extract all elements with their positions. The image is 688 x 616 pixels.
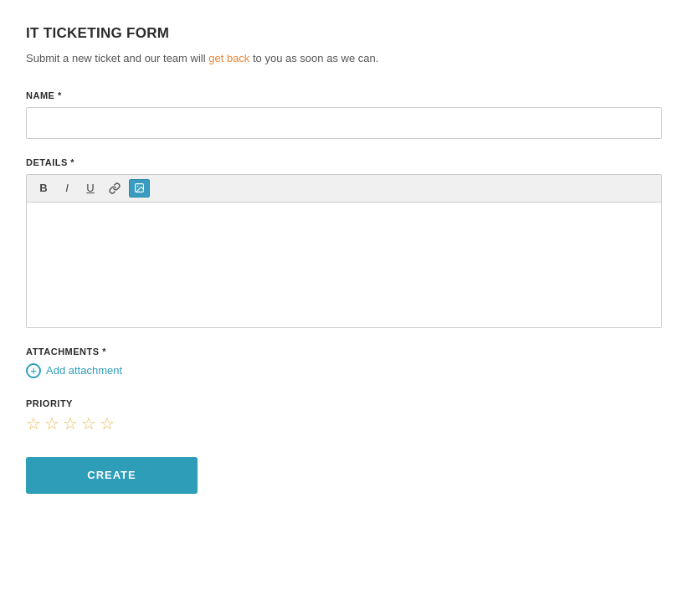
attachments-label: ATTACHMENTS *: [26, 346, 662, 357]
subtitle-text-after-link: to you as soon as we can.: [249, 52, 378, 64]
add-attachment-label: Add attachment: [46, 364, 122, 377]
editor-toolbar: B I U: [27, 175, 661, 203]
image-button[interactable]: [129, 179, 150, 198]
attachments-section: ATTACHMENTS * + Add attachment: [26, 346, 662, 378]
star-1[interactable]: ☆: [26, 415, 41, 432]
link-button[interactable]: [104, 179, 126, 198]
form-title: IT TICKETING FORM: [26, 25, 662, 42]
priority-section: PRIORITY ☆ ☆ ☆ ☆ ☆: [26, 398, 662, 432]
name-input[interactable]: [26, 107, 662, 139]
bold-button[interactable]: B: [33, 179, 54, 198]
star-5[interactable]: ☆: [100, 415, 115, 432]
stars-container: ☆ ☆ ☆ ☆ ☆: [26, 415, 662, 432]
star-2[interactable]: ☆: [44, 415, 59, 432]
add-attachment-icon: +: [26, 363, 41, 378]
subtitle-link: get back: [208, 52, 249, 64]
form-subtitle: Submit a new ticket and our team will ge…: [26, 50, 662, 67]
priority-label: PRIORITY: [26, 398, 662, 408]
underline-button[interactable]: U: [80, 179, 100, 198]
name-field-group: NAME *: [26, 90, 662, 139]
star-3[interactable]: ☆: [63, 415, 78, 432]
star-4[interactable]: ☆: [81, 415, 96, 432]
italic-button[interactable]: I: [57, 179, 77, 198]
details-label: DETAILS *: [26, 157, 662, 167]
add-attachment-button[interactable]: + Add attachment: [26, 363, 122, 378]
create-button[interactable]: CREATE: [26, 457, 198, 494]
rich-text-editor: B I U: [26, 174, 662, 328]
name-label: NAME *: [26, 90, 662, 100]
link-icon: [109, 182, 121, 194]
details-field-group: DETAILS * B I U: [26, 157, 662, 328]
subtitle-text-before-link: Submit a new ticket and our team will: [26, 52, 208, 64]
image-icon: [134, 182, 145, 193]
it-ticketing-form: IT TICKETING FORM Submit a new ticket an…: [26, 25, 662, 591]
svg-point-1: [137, 186, 139, 187]
details-textarea[interactable]: [27, 203, 661, 324]
